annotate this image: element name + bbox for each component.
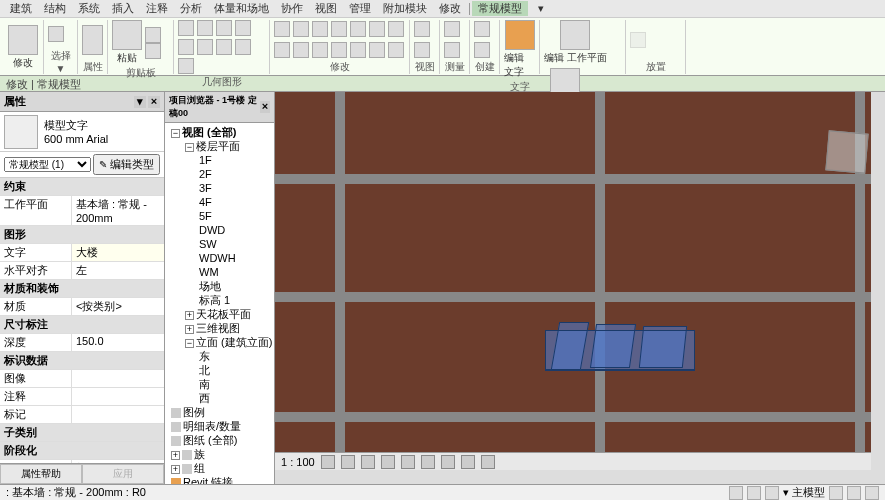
status-icon[interactable] (747, 486, 761, 500)
tree-elevation[interactable]: −立面 (建筑立面) (181, 335, 272, 349)
prop-value[interactable]: <按类别> (72, 298, 164, 315)
tree-leaf[interactable]: SW (195, 237, 272, 251)
tree-leaf[interactable]: 1F (195, 153, 272, 167)
prop-section[interactable]: 材质和装饰 (0, 280, 164, 297)
tree-leaf[interactable]: DWD (195, 223, 272, 237)
mod-icon[interactable] (331, 21, 347, 37)
menu-item[interactable]: 注释 (140, 1, 174, 16)
view-icon[interactable] (414, 21, 430, 37)
join-icon[interactable] (216, 39, 232, 55)
type-selector[interactable]: 模型文字 600 mm Arial (0, 112, 164, 152)
tree-leaf[interactable]: 3F (195, 181, 272, 195)
mod-icon[interactable] (312, 42, 328, 58)
prop-value[interactable] (72, 370, 164, 387)
properties-help-button[interactable]: 属性帮助 (0, 464, 82, 484)
mod-icon[interactable] (293, 21, 309, 37)
tree-leaf[interactable]: 标高 1 (195, 293, 272, 307)
menu-item[interactable]: 结构 (38, 1, 72, 16)
tree-ceiling[interactable]: +天花板平面 (181, 307, 272, 321)
measure-icon[interactable] (444, 42, 460, 58)
crop-visible-icon[interactable] (421, 455, 435, 469)
tree-legends[interactable]: 图例 (167, 405, 272, 419)
menu-item[interactable]: 体量和场地 (208, 1, 275, 16)
view-cube[interactable] (825, 130, 868, 173)
status-icon[interactable] (765, 486, 779, 500)
tree-leaf[interactable]: 2F (195, 167, 272, 181)
prop-section[interactable]: 阶段化 (0, 442, 164, 459)
close-icon[interactable]: × (260, 101, 270, 113)
edit-text-button[interactable]: 编辑 文字 (504, 20, 535, 79)
tree-leaf[interactable]: 西 (195, 391, 272, 405)
menu-item[interactable]: 系统 (72, 1, 106, 16)
tree-leaf[interactable]: 5F (195, 209, 272, 223)
menu-item[interactable]: 分析 (174, 1, 208, 16)
detail-level-icon[interactable] (321, 455, 335, 469)
tree-leaf[interactable]: 场地 (195, 279, 272, 293)
paste-button[interactable]: 粘贴 (112, 20, 142, 65)
prop-value[interactable] (72, 406, 164, 423)
cut-geom-icon[interactable] (235, 20, 251, 36)
expand-icon[interactable]: + (171, 451, 180, 460)
tree-groups[interactable]: +组 (167, 461, 272, 475)
model-combo[interactable]: ▾ 主模型 (783, 485, 825, 500)
geom-icon[interactable] (197, 20, 213, 36)
mod-icon[interactable] (331, 42, 347, 58)
mod-icon[interactable] (293, 42, 309, 58)
mod-icon[interactable] (388, 42, 404, 58)
prop-value[interactable]: 基本墙 : 常规 - 200mm (72, 196, 164, 225)
reveal-icon[interactable] (481, 455, 495, 469)
sun-path-icon[interactable] (361, 455, 375, 469)
prop-section[interactable]: 子类别 (0, 424, 164, 441)
geom-icon[interactable] (178, 58, 194, 74)
pin-icon[interactable]: ▾ (134, 96, 146, 108)
copy-mod-icon[interactable] (274, 42, 290, 58)
instance-filter[interactable]: 常规模型 (1) (4, 157, 91, 172)
expand-icon[interactable]: + (185, 311, 194, 320)
scale-label[interactable]: 1 : 100 (281, 456, 315, 468)
close-icon[interactable]: × (148, 96, 160, 108)
crop-icon[interactable] (401, 455, 415, 469)
collapse-icon[interactable]: − (171, 129, 180, 138)
prop-value[interactable]: 左 (72, 262, 164, 279)
tree-leaf[interactable]: 南 (195, 377, 272, 391)
tree-leaf[interactable]: 北 (195, 363, 272, 377)
tree-leaf[interactable]: 4F (195, 195, 272, 209)
geom-icon[interactable] (216, 20, 232, 36)
join-cut-icon[interactable] (178, 20, 194, 36)
menu-item[interactable]: 建筑 (4, 1, 38, 16)
cut-icon[interactable] (145, 27, 161, 43)
mod-icon[interactable] (388, 21, 404, 37)
collapse-icon[interactable]: − (185, 143, 194, 152)
viewport-3d[interactable]: 1 : 100 (275, 92, 885, 484)
status-icon[interactable] (829, 486, 843, 500)
tree-root[interactable]: −视图 (全部) (167, 125, 272, 139)
create-icon[interactable] (474, 21, 490, 37)
prop-section[interactable]: 标识数据 (0, 352, 164, 369)
place-icon[interactable] (630, 32, 646, 48)
tree-links[interactable]: Revit 链接 (167, 475, 272, 484)
view-icon[interactable] (414, 42, 430, 58)
scrollbar-horizontal[interactable] (275, 470, 871, 484)
mod-icon[interactable] (350, 21, 366, 37)
prop-section[interactable]: 尺寸标注 (0, 316, 164, 333)
flyout-icon[interactable]: ▾ (532, 2, 550, 15)
shadows-icon[interactable] (381, 455, 395, 469)
filter-icon[interactable] (865, 486, 879, 500)
tree-floor-plans[interactable]: −楼层平面 (181, 139, 272, 153)
geom-icon[interactable] (197, 39, 213, 55)
collapse-icon[interactable]: − (185, 339, 194, 348)
temp-hide-icon[interactable] (461, 455, 475, 469)
mod-icon[interactable] (350, 42, 366, 58)
geom-icon[interactable] (178, 39, 194, 55)
modify-button[interactable]: 修改 (8, 25, 38, 70)
mod-icon[interactable] (369, 21, 385, 37)
menu-item[interactable]: 协作 (275, 1, 309, 16)
tree-3d[interactable]: +三维视图 (181, 321, 272, 335)
menu-item[interactable]: 管理 (343, 1, 377, 16)
edit-type-button[interactable]: ✎ 编辑类型 (93, 154, 160, 175)
menu-item[interactable]: 附加模块 (377, 1, 433, 16)
prop-value[interactable]: 150.0 (72, 334, 164, 351)
tree-schedules[interactable]: 明细表/数量 (167, 419, 272, 433)
status-icon[interactable] (847, 486, 861, 500)
tree-leaf[interactable]: 东 (195, 349, 272, 363)
